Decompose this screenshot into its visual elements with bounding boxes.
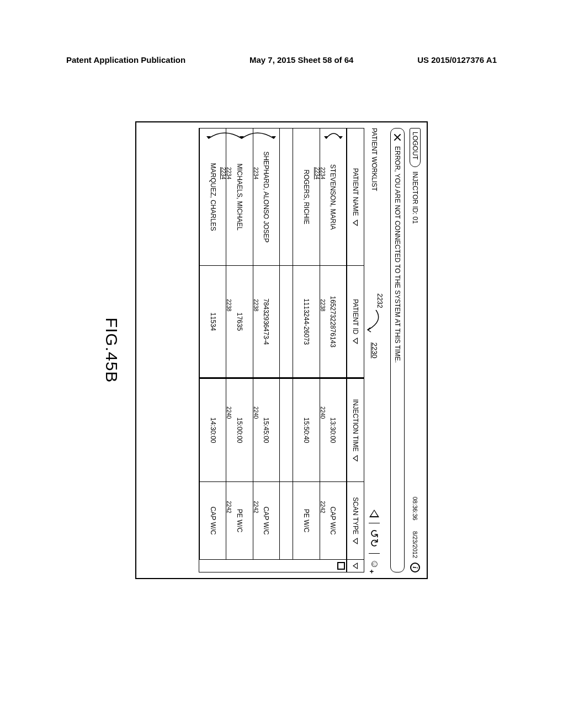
toolbar: ↺↻ ☺ — [369, 510, 380, 569]
ref-2230: 2230 — [370, 342, 379, 358]
hdr-patient-id[interactable]: PATIENT ID — [346, 266, 364, 377]
logout-button[interactable]: LOGOUT — [410, 128, 421, 167]
cell-time[interactable]: 15:45:002240 — [253, 379, 279, 481]
cell-time[interactable]: 14:30:00 — [199, 379, 226, 481]
date-label: 8/23/2012 — [412, 531, 418, 558]
info-icon[interactable]: i — [410, 563, 420, 572]
cell-name[interactable]: MICHAELS, MICHAEL 2234 — [226, 129, 252, 265]
scrollbar-thumb[interactable] — [337, 562, 345, 570]
injector-id-label: INJECTOR ID: 01 — [411, 172, 419, 493]
cell-pid[interactable]: 165273228761432238 — [320, 266, 346, 377]
hdr-scan-type[interactable]: SCAN TYPE — [346, 482, 364, 559]
cell-pid[interactable]: 176352238 — [226, 266, 252, 377]
figure-label: FIG.45B — [102, 122, 121, 578]
pub-label: Patent Application Publication — [66, 55, 185, 65]
sheet-label: May 7, 2015 Sheet 58 of 64 — [249, 55, 353, 65]
col-patient-name: PATIENT NAME STEVENSON, MARIA 2234 ROGER… — [199, 129, 364, 266]
scrollbar[interactable] — [199, 560, 364, 572]
cell-pid[interactable]: 11534 — [199, 266, 226, 377]
scrollbar-header — [346, 560, 364, 572]
sort-icon — [353, 538, 358, 544]
col-scan-type: SCAN TYPE CAP W/C2242 PE W/C CAP W/C2242… — [199, 482, 364, 560]
pubnum-label: US 2015/0127376 A1 — [417, 55, 497, 65]
col-patient-id: PATIENT ID 165273228761432238 1113244-26… — [199, 266, 364, 379]
add-patient-icon[interactable]: ☺ — [369, 559, 380, 569]
cell-name[interactable]: STEVENSON, MARIA 2234 — [320, 129, 346, 265]
sort-icon — [353, 338, 358, 344]
cell-time[interactable]: 15:50:40 — [293, 379, 319, 481]
cell-name[interactable]: MARQUEZ, CHARLES 2234 — [199, 129, 226, 265]
ref-2232-callout: 2232 — [376, 293, 384, 308]
col-injection-time: INJECTION TIME 13:30:002240 15:50:40 15:… — [199, 379, 364, 482]
worklist-title: PATIENT WORKLIST — [371, 128, 379, 191]
cell-name[interactable]: SHEPHARD, ALONSO JOSEP 2234 — [253, 129, 279, 265]
worklist-table: PATIENT NAME STEVENSON, MARIA 2234 ROGER… — [199, 128, 364, 572]
gap-row — [279, 129, 293, 265]
hdr-patient-name[interactable]: PATIENT NAME — [346, 129, 364, 265]
error-banner: ERROR, YOU ARE NOT CONNECTED TO THE SYST… — [390, 128, 405, 572]
error-x-icon — [393, 133, 402, 142]
cell-time[interactable]: 15:00:002240 — [226, 379, 252, 481]
back-icon[interactable] — [370, 510, 380, 517]
refresh-icon[interactable]: ↺↻ — [369, 529, 380, 548]
link-arrow-icon — [320, 126, 346, 145]
sort-icon — [353, 220, 358, 226]
hdr-injection-time[interactable]: INJECTION TIME — [346, 379, 364, 481]
cell-scan[interactable]: CAP W/C — [199, 482, 226, 559]
cell-pid[interactable]: 1113244-26073 — [293, 266, 319, 377]
cell-scan[interactable]: PE W/C — [293, 482, 319, 559]
cell-time[interactable]: 13:30:002240 — [320, 379, 346, 481]
time-label: 08:36:36 — [412, 497, 418, 521]
cell-scan[interactable]: CAP W/C2242 — [320, 482, 346, 559]
cell-scan[interactable]: PE W/C2242 — [226, 482, 252, 559]
screen-frame: LOGOUT INJECTOR ID: 01 08:36:36 8/23/201… — [135, 121, 428, 579]
cell-pid[interactable]: 78432936473-42238 — [253, 266, 279, 377]
error-text: ERROR, YOU ARE NOT CONNECTED TO THE SYST… — [394, 146, 401, 363]
sort-icon — [353, 455, 358, 462]
cell-scan[interactable]: CAP W/C2242 — [253, 482, 279, 559]
cell-name[interactable]: ROGERS, RICHIE 2234 — [293, 129, 319, 265]
sort-icon — [353, 563, 358, 569]
